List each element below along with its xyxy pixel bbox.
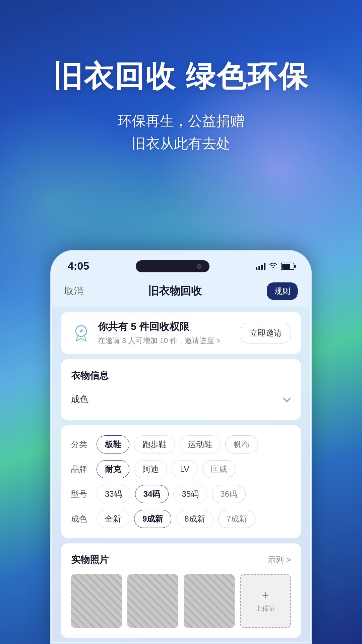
tag-category-1[interactable]: 跑步鞋 [134, 435, 175, 453]
clothing-info-title: 衣物信息 [71, 369, 291, 382]
cancel-button[interactable]: 取消 [64, 285, 83, 298]
phone-frame: 4:05 [50, 250, 312, 644]
nav-bar: 取消 旧衣物回收 规则 [51, 276, 311, 307]
filter-label-size: 型号 [71, 489, 91, 499]
status-time: 4:05 [68, 260, 89, 272]
photos-title: 实物照片 [71, 553, 109, 566]
photo-upload-button[interactable]: + 上传证 [240, 574, 291, 628]
photos-example-link[interactable]: 示列 > [268, 554, 291, 565]
tag-condition-1[interactable]: 9成新 [134, 510, 171, 528]
filter-label-category: 分类 [71, 439, 91, 450]
page-title: 旧衣物回收 [148, 284, 202, 299]
photos-grid: + 上传证 [71, 574, 291, 628]
tag-category-3[interactable]: 帆布 [225, 435, 258, 453]
tag-category-0[interactable]: 板鞋 [97, 435, 129, 453]
phone-mockup: 4:05 [50, 250, 312, 644]
status-notch [136, 260, 209, 272]
photo-thumb-1 [71, 574, 122, 628]
invite-title: 你共有 5 件回收权限 [98, 320, 221, 334]
status-icons [256, 262, 294, 271]
photos-section: 实物照片 示列 > + 上传证 [61, 543, 301, 638]
background: 旧衣回收 绿色环保 环保再生，公益捐赠 旧衣从此有去处 BraSh 4:05 [0, 0, 362, 644]
tag-category-2[interactable]: 运动鞋 [180, 435, 221, 453]
wifi-icon [269, 262, 278, 271]
photo-thumb-2 [127, 574, 178, 628]
signal-icon [256, 263, 265, 270]
filter-row-condition: 成色 全新 9成新 8成新 7成新 [71, 510, 291, 528]
invite-text: 你共有 5 件回收权限 在邀请 3 人可增加 10 件，邀请进度 > [98, 320, 221, 346]
filter-tags-brand: 耐克 阿迪 LV 匡威 [97, 460, 235, 478]
invite-button[interactable]: 立即邀请 [241, 323, 291, 343]
tag-size-2[interactable]: 35码 [173, 485, 207, 503]
invite-subtitle: 在邀请 3 人可增加 10 件，邀请进度 > [98, 336, 221, 346]
filter-section: 分类 板鞋 跑步鞋 运动鞋 帆布 品牌 耐克 阿迪 LV 匡威 [61, 425, 301, 538]
invite-info: 你共有 5 件回收权限 在邀请 3 人可增加 10 件，邀请进度 > [71, 320, 221, 346]
tag-size-3[interactable]: 36码 [212, 485, 246, 503]
hero-title: 旧衣回收 绿色环保 [0, 60, 362, 93]
chevron-down-icon [283, 395, 291, 404]
photo-thumb-3 [184, 574, 235, 628]
filter-row-category: 分类 板鞋 跑步鞋 运动鞋 帆布 [71, 435, 291, 453]
hero-subtitle-line2: 旧衣从此有去处 [132, 136, 230, 151]
tag-brand-1[interactable]: 阿迪 [134, 460, 167, 478]
hero-subtitle: 环保再生，公益捐赠 旧衣从此有去处 [0, 110, 362, 155]
clothing-info-section: 衣物信息 成色 [61, 359, 301, 420]
condition-row[interactable]: 成色 [71, 389, 291, 410]
tag-size-0[interactable]: 33码 [97, 485, 130, 503]
filter-tags-size: 33码 34码 35码 36码 [97, 485, 246, 503]
filter-label-condition: 成色 [71, 514, 91, 524]
tag-condition-0[interactable]: 全新 [97, 510, 129, 528]
hero-subtitle-line1: 环保再生，公益捐赠 [118, 113, 244, 129]
filter-tags-category: 板鞋 跑步鞋 运动鞋 帆布 [97, 435, 258, 453]
filter-row-size: 型号 33码 34码 35码 36码 [71, 485, 291, 503]
tag-brand-0[interactable]: 耐克 [97, 460, 129, 478]
condition-label: 成色 [71, 393, 88, 405]
hero-section: 旧衣回收 绿色环保 环保再生，公益捐赠 旧衣从此有去处 [0, 60, 362, 155]
award-icon [71, 323, 91, 343]
filter-tags-condition: 全新 9成新 8成新 7成新 [97, 510, 255, 528]
notch-camera [197, 264, 201, 269]
filter-row-brand: 品牌 耐克 阿迪 LV 匡威 [71, 460, 291, 478]
plus-icon: + [262, 589, 269, 601]
tag-brand-2[interactable]: LV [172, 460, 198, 478]
tag-brand-3[interactable]: 匡威 [202, 460, 235, 478]
battery-icon [281, 263, 294, 270]
photo-upload-label: 上传证 [255, 604, 276, 613]
invite-banner: 你共有 5 件回收权限 在邀请 3 人可增加 10 件，邀请进度 > 立即邀请 [61, 312, 301, 354]
photos-example-text: 示列 > [268, 554, 291, 565]
rules-button[interactable]: 规则 [267, 282, 298, 300]
status-bar: 4:05 [51, 251, 311, 276]
photos-header: 实物照片 示列 > [71, 553, 291, 566]
filter-label-brand: 品牌 [71, 464, 91, 475]
tag-size-1[interactable]: 34码 [135, 485, 169, 503]
tag-condition-2[interactable]: 8成新 [176, 510, 213, 528]
tag-condition-3[interactable]: 7成新 [218, 510, 255, 528]
